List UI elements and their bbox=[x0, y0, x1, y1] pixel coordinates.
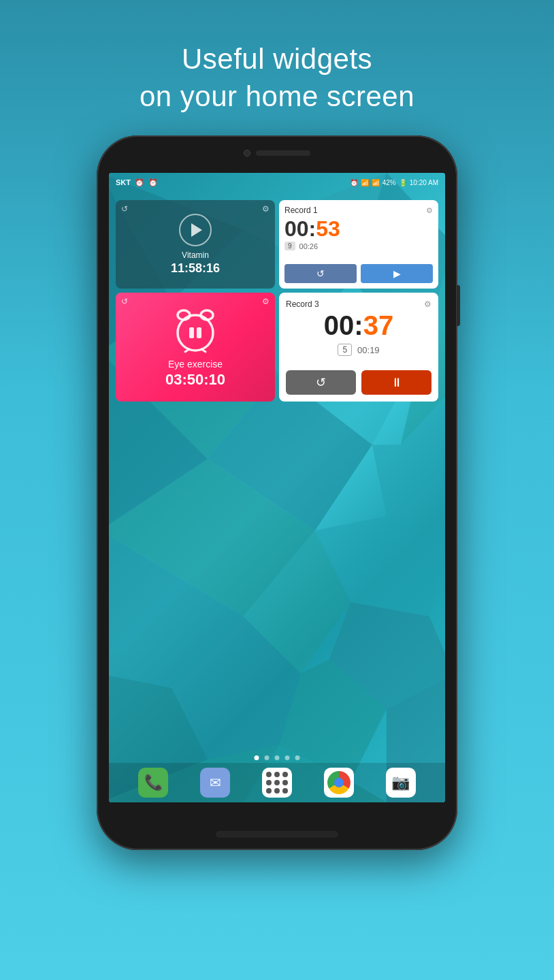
chrome-inner-circle bbox=[334, 778, 344, 787]
svg-line-28 bbox=[201, 349, 206, 352]
phone-body: SKT ⏰ ⏰ ⏰ 📶 📶 42% 🔋 10:20 AM ↺ bbox=[97, 135, 457, 850]
widget-record1[interactable]: Record 1 ⚙ 00:53 9 00:26 ↺ ▶ bbox=[279, 200, 438, 289]
phone-top-bar bbox=[209, 146, 345, 160]
record3-header: Record 3 ⚙ bbox=[286, 299, 431, 309]
launcher-dot-5 bbox=[274, 780, 280, 785]
record3-gear-icon[interactable]: ⚙ bbox=[424, 299, 431, 309]
earpiece-speaker bbox=[256, 150, 310, 156]
alarm-svg bbox=[172, 306, 219, 353]
record3-buttons: ↺ ⏸ bbox=[286, 370, 431, 395]
status-left: SKT ⏰ ⏰ bbox=[116, 178, 158, 187]
record1-play-button[interactable]: ▶ bbox=[361, 264, 433, 283]
record3-reset-button[interactable]: ↺ bbox=[286, 370, 356, 395]
launcher-grid bbox=[266, 772, 288, 794]
page-dot-3[interactable] bbox=[275, 755, 280, 760]
launcher-dot-2 bbox=[274, 772, 280, 777]
battery-icon: 🔋 bbox=[399, 179, 407, 186]
record1-title: Record 1 bbox=[284, 206, 318, 215]
app-dock: 📞 ✉ bbox=[109, 763, 445, 802]
eye-exercise-time: 03:50:10 bbox=[165, 371, 225, 389]
alarm-icon2: ⏰ bbox=[148, 178, 158, 187]
carrier-text: SKT bbox=[116, 178, 131, 186]
eye-gear-icon[interactable]: ⚙ bbox=[262, 297, 270, 306]
chrome-app-icon[interactable] bbox=[324, 768, 354, 798]
wifi-icon: 📶 bbox=[361, 179, 369, 186]
record3-title: Record 3 bbox=[286, 299, 319, 309]
launcher-dot-4 bbox=[266, 780, 272, 785]
camera-app-icon[interactable]: 📷 bbox=[386, 768, 416, 798]
header-line2: on your home screen bbox=[140, 80, 414, 112]
record1-seconds: 53 bbox=[316, 216, 340, 241]
phone-app-icon[interactable]: 📞 bbox=[138, 768, 168, 798]
record1-lap-time: 00:26 bbox=[299, 242, 319, 250]
battery-text: 42% bbox=[382, 179, 396, 186]
time-text: 10:20 AM bbox=[410, 179, 438, 186]
record3-time-display: 00:37 bbox=[286, 310, 431, 341]
page-dot-1[interactable] bbox=[255, 755, 259, 760]
launcher-dot-1 bbox=[266, 772, 272, 777]
launcher-dot-6 bbox=[282, 780, 288, 785]
vitamin-label: Vitamin bbox=[182, 250, 209, 260]
vitamin-gear-icon[interactable]: ⚙ bbox=[262, 204, 270, 214]
status-bar: SKT ⏰ ⏰ ⏰ 📶 📶 42% 🔋 10:20 AM bbox=[109, 173, 445, 192]
record3-sub: 5 00:19 bbox=[286, 344, 431, 356]
record1-lap-badge: 9 bbox=[284, 242, 295, 250]
record1-sub: 9 00:26 bbox=[284, 242, 433, 250]
record3-pause-button[interactable]: ⏸ bbox=[361, 370, 431, 395]
page-dot-4[interactable] bbox=[285, 755, 290, 760]
launcher-dot-7 bbox=[266, 788, 272, 794]
launcher-dot-9 bbox=[282, 788, 288, 794]
record1-buttons: ↺ ▶ bbox=[284, 264, 433, 283]
svg-line-27 bbox=[185, 349, 189, 352]
vitamin-play-icon bbox=[191, 223, 202, 237]
widget-vitamin[interactable]: ↺ ⚙ Vitamin 11:58:16 bbox=[116, 200, 275, 289]
phone-screen: SKT ⏰ ⏰ ⏰ 📶 📶 42% 🔋 10:20 AM ↺ bbox=[109, 173, 445, 802]
mail-app-icon[interactable]: ✉ bbox=[200, 768, 230, 798]
alarm-clock-icon bbox=[172, 306, 219, 353]
front-camera bbox=[244, 150, 250, 157]
record1-reset-button[interactable]: ↺ bbox=[284, 264, 357, 283]
phone-app-symbol: 📞 bbox=[144, 774, 163, 791]
status-right: ⏰ 📶 📶 42% 🔋 10:20 AM bbox=[350, 179, 438, 186]
camera-app-symbol: 📷 bbox=[391, 774, 410, 791]
phone-bottom-bar bbox=[216, 831, 338, 838]
alarm-icon1: ⏰ bbox=[135, 178, 144, 187]
page-dot-5[interactable] bbox=[295, 755, 300, 760]
svg-rect-26 bbox=[197, 327, 201, 338]
widgets-area: ↺ ⚙ Vitamin 11:58:16 Record 1 ⚙ 00:53 bbox=[116, 200, 438, 402]
record1-time-display: 00:53 bbox=[284, 216, 433, 242]
page-indicator bbox=[255, 755, 300, 760]
mail-app-symbol: ✉ bbox=[210, 774, 221, 791]
launcher-dot-3 bbox=[282, 772, 288, 777]
record3-lap-time: 00:19 bbox=[357, 345, 380, 355]
signal-icon: 📶 bbox=[372, 179, 380, 186]
record1-minutes: 00: bbox=[284, 216, 316, 241]
header-line1: Useful widgets bbox=[182, 43, 372, 75]
record3-seconds: 37 bbox=[363, 310, 394, 340]
widget-record3[interactable]: Record 3 ⚙ 00:37 5 00:19 ↺ ⏸ bbox=[279, 293, 438, 402]
alarm-icon3: ⏰ bbox=[350, 179, 358, 186]
launcher-dot-8 bbox=[274, 788, 280, 794]
svg-point-24 bbox=[178, 315, 213, 350]
header-text: Useful widgets on your home screen bbox=[140, 41, 414, 115]
record1-gear-icon[interactable]: ⚙ bbox=[426, 206, 433, 215]
page-dot-2[interactable] bbox=[265, 755, 270, 760]
eye-refresh-icon[interactable]: ↺ bbox=[121, 297, 128, 306]
launcher-app-icon[interactable] bbox=[262, 768, 292, 798]
vitamin-play-circle bbox=[179, 214, 212, 246]
volume-button bbox=[457, 285, 460, 326]
record3-lap-badge: 5 bbox=[338, 344, 352, 356]
widget-eye-exercise[interactable]: ↺ ⚙ bbox=[116, 293, 275, 402]
svg-rect-25 bbox=[189, 327, 194, 338]
vitamin-refresh-icon[interactable]: ↺ bbox=[121, 204, 128, 214]
chrome-logo bbox=[327, 771, 351, 794]
eye-exercise-label: Eye exercise bbox=[168, 359, 223, 370]
phone-mockup: SKT ⏰ ⏰ ⏰ 📶 📶 42% 🔋 10:20 AM ↺ bbox=[97, 135, 457, 850]
vitamin-time: 11:58:16 bbox=[171, 261, 220, 276]
record3-minutes: 00: bbox=[324, 310, 363, 340]
record1-header: Record 1 ⚙ bbox=[284, 206, 433, 215]
